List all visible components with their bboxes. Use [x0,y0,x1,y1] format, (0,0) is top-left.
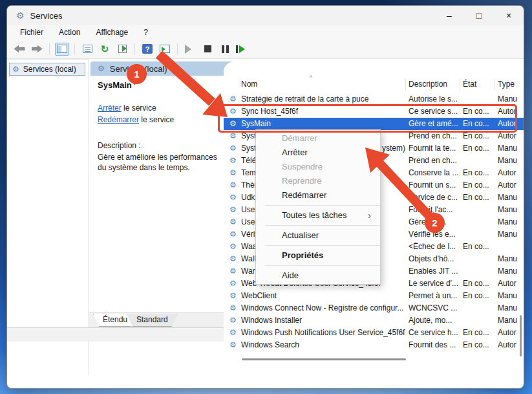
export-list-button[interactable] [115,43,129,56]
services-window: ⚙ Services – □ × Fichier Action Affichag… [6,5,524,389]
service-gear-icon: ⚙ [229,291,237,300]
stop-link-suffix: le service [122,104,156,113]
table-row[interactable]: ⚙Stratégie de retrait de la carte à puce… [224,93,524,105]
table-row[interactable]: ⚙Windows InstallerAjoute, mo...Manu [224,314,524,327]
column-header-nom[interactable]: Nom [239,79,405,91]
cell-type: Manu [498,144,524,153]
service-description: Gère et améliore les performances du sys… [98,152,224,173]
cell-etat: En co... [463,279,495,288]
cell-desc: Fournit des ... [409,340,460,349]
context-menu-item[interactable]: Aide [256,268,380,283]
cell-type: Autor [498,279,524,288]
back-arrow-icon [14,45,25,53]
horizontal-scrollbar[interactable] [242,358,406,360]
table-row[interactable]: ⚙WebClientPermet à un...En co...Manu [224,290,524,302]
restart-service-button[interactable] [235,43,250,56]
toolbar-separator [74,43,75,55]
refresh-button[interactable]: ↻ [98,43,112,56]
stop-service-link[interactable]: Arrêter [98,104,122,113]
column-header-type[interactable]: Type [495,79,524,91]
toolbar-separator [177,43,178,55]
cell-desc: WCNCSVC ... [409,303,460,312]
cell-desc: Autorise le s... [409,94,460,104]
stop-service-button[interactable] [200,43,215,56]
cell-desc: Prend en ch... [409,156,460,165]
show-console-tree-button[interactable] [55,43,69,56]
context-menu-item: Reprendre [256,174,380,188]
service-gear-icon: ⚙ [229,205,237,214]
cell-etat: En co... [463,144,495,153]
table-row[interactable]: ⚙Windows Push Notifications User Service… [224,327,524,339]
back-button[interactable] [12,43,27,56]
cell-desc: Ce service h... [409,328,460,337]
vertical-scrollbar[interactable] [520,315,522,356]
cell-type: Manu [498,303,524,312]
table-row[interactable]: ⚙SysMainGère et amé...En co...Autor [224,118,524,130]
context-menu-item[interactable]: Toutes les tâches› [256,208,380,223]
maximize-button[interactable]: □ [464,6,494,25]
table-row[interactable]: ⚙Windows SearchFournit des ...En co...Au… [224,339,524,351]
column-header-etat[interactable]: État [460,79,495,91]
menu-action[interactable]: Action [51,26,88,39]
name-overflow-fragment: ystem) [382,144,405,153]
context-menu-item[interactable]: Redémarrer [256,188,380,202]
context-menu-item[interactable]: Actualiser [256,228,380,243]
table-row[interactable]: ⚙Sync Host_45f6fCe service s...En co...A… [224,105,524,118]
cell-etat: En co... [463,168,495,177]
service-gear-icon: ⚙ [229,303,237,312]
cell-etat: En co... [463,131,495,140]
column-header-description[interactable]: Description [405,79,460,91]
service-gear-icon: ⚙ [229,230,237,239]
cell-desc: Gère et amé... [409,119,460,128]
cell-desc: Fournit la te... [409,144,460,153]
restart-icon [236,45,249,53]
menu-aide[interactable]: ? [136,26,156,39]
action-pane-icon [160,45,170,53]
cell-type: Manu [498,94,524,104]
cell-nom: SysMain [241,119,405,128]
menu-affichage[interactable]: Affichage [88,26,136,39]
cell-type: Manu [498,267,524,276]
cell-desc: Fournit l'ac... [409,205,460,214]
tab-standard[interactable]: Standard [127,314,178,327]
service-gear-icon: ⚙ [229,279,237,288]
forward-button[interactable] [30,43,44,56]
show-action-pane-button[interactable] [158,43,172,56]
cell-nom: Stratégie de retrait de la carte à puce [241,94,405,104]
cell-nom: Windows Connect Now - Registre de config… [241,303,405,312]
start-service-button[interactable] [183,43,197,56]
context-menu-item[interactable]: Arrêter [256,146,380,160]
help-button[interactable]: ? [140,43,154,56]
menu-fichier[interactable]: Fichier [12,26,51,39]
cell-type: Manu [498,193,524,202]
close-button[interactable]: × [494,6,524,25]
cell-type: Autor [498,119,524,128]
service-gear-icon: ⚙ [229,168,237,177]
cell-desc: Conserve la ... [409,168,460,177]
menu-separator [265,245,379,246]
cell-nom: Sync Host_45f6f [241,107,405,116]
services-gear-icon: ⚙ [16,10,25,21]
properties-button[interactable] [80,43,94,56]
service-gear-icon: ⚙ [229,156,237,165]
toolbar-separator [49,43,50,55]
service-gear-icon: ⚙ [229,193,237,202]
table-row[interactable]: ⚙Windows Connect Now - Registre de confi… [224,302,524,314]
restart-link-suffix: le service [139,115,174,124]
context-menu-item[interactable]: Propriétés [256,248,380,263]
context-menu: DémarrerArrêterSuspendreReprendreRedémar… [255,129,381,285]
context-menu-item: Démarrer [256,131,380,146]
pause-service-button[interactable] [218,43,232,56]
cell-desc: Le service d'... [409,279,460,288]
cell-etat: En co... [463,119,495,128]
minimize-button[interactable]: – [434,6,464,25]
context-menu-item: Suspendre [256,160,380,174]
cell-nom: Windows Push Notifications User Service_… [241,328,405,337]
pause-icon [222,45,229,53]
sidebar-item-services-local[interactable]: ⚙ Services (local) [9,63,85,76]
stop-icon [204,45,211,52]
service-gear-icon: ⚙ [229,267,237,276]
restart-service-link[interactable]: Redémarrer [98,115,139,124]
window-title: Services [30,11,63,21]
forward-arrow-icon [32,45,43,53]
